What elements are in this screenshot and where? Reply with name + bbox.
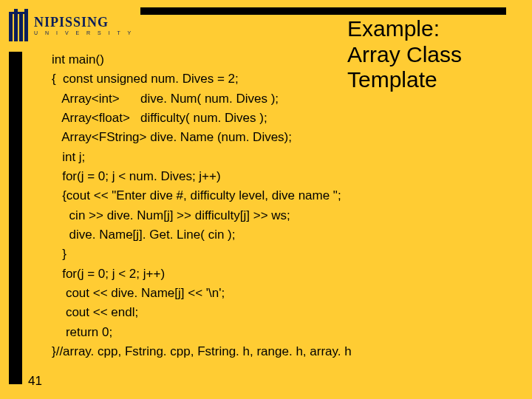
code-line: cin >> dive. Num[j] >> difficulty[j] >> … — [52, 208, 290, 222]
code-line: int main() — [52, 52, 104, 66]
code-line: }//array. cpp, Fstring. cpp, Fstring. h,… — [52, 344, 352, 358]
code-line: dive. Name[j]. Get. Line( cin ); — [52, 228, 235, 242]
code-line: for(j = 0; j < 2; j++) — [52, 267, 165, 281]
page-number: 41 — [28, 374, 42, 389]
svg-rect-2 — [19, 13, 23, 41]
top-bar — [140, 7, 506, 15]
svg-rect-0 — [9, 13, 13, 41]
code-line: int j; — [52, 150, 85, 164]
code-line: } — [52, 247, 66, 261]
code-block: int main() { const unsigned num. Dives =… — [52, 50, 495, 362]
code-line: Array<FString> dive. Name (num. Dives); — [52, 130, 292, 144]
logo-mark-icon — [9, 9, 30, 41]
university-logo: NIPISSING U N I V E R S I T Y — [9, 7, 134, 43]
code-line: { const unsigned num. Dives = 2; — [52, 72, 239, 86]
logo-name: NIPISSING — [34, 16, 134, 29]
logo-subtitle: U N I V E R S I T Y — [34, 30, 134, 35]
code-line: cout << endl; — [52, 305, 138, 319]
svg-rect-4 — [9, 12, 28, 14]
code-line: cout << dive. Name[j] << '\n'; — [52, 286, 225, 300]
code-line: {cout << "Enter dive #, difficulty level… — [52, 188, 341, 202]
code-line: Array<int> dive. Num( num. Dives ); — [52, 92, 279, 106]
logo-text: NIPISSING U N I V E R S I T Y — [34, 16, 134, 35]
title-line: Example: — [347, 16, 440, 41]
left-bar — [9, 52, 22, 384]
slide: NIPISSING U N I V E R S I T Y Example: A… — [0, 0, 532, 399]
code-line: for(j = 0; j < num. Dives; j++) — [52, 169, 221, 183]
code-line: return 0; — [52, 325, 112, 339]
code-line: Array<float> difficulty( num. Dives ); — [52, 111, 267, 125]
